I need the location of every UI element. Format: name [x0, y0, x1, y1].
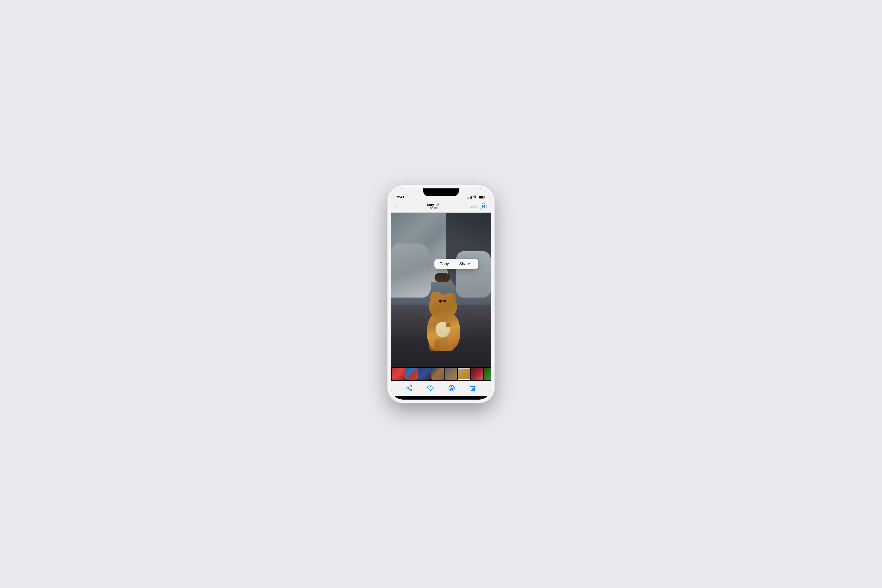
nav-title: May 17 4:58 PM: [427, 203, 439, 210]
dog-front-right-leg: [441, 338, 448, 351]
info-icon: [448, 385, 455, 392]
filmstrip-thumb-8[interactable]: [484, 368, 491, 380]
battery-icon: [478, 196, 485, 199]
favorite-button[interactable]: [425, 383, 435, 393]
back-chevron-icon: ‹: [395, 204, 397, 209]
nav-actions: Edit: [470, 203, 487, 210]
dog-head: [429, 294, 457, 320]
edit-button[interactable]: Edit: [470, 204, 477, 209]
filmstrip-thumb-1[interactable]: [392, 368, 405, 380]
photo-area[interactable]: Copy Share...: [391, 213, 491, 367]
delete-button[interactable]: [468, 383, 478, 393]
filmstrip-thumb-3[interactable]: [418, 368, 431, 380]
dog-tail: [446, 323, 450, 327]
bottom-toolbar: [391, 381, 491, 396]
status-time: 9:41: [397, 195, 404, 199]
nav-bar: ‹ May 17 4:58 PM Edit: [391, 201, 491, 213]
dog-right-eye: [443, 300, 446, 302]
context-menu: Copy Share...: [434, 259, 478, 269]
filmstrip-thumb-5[interactable]: [444, 368, 457, 380]
filmstrip-thumb-4[interactable]: [431, 368, 444, 380]
trash-icon: [470, 385, 476, 392]
back-button[interactable]: ‹: [395, 204, 397, 209]
phone-screen: 9:41: [391, 188, 491, 400]
dog-front-left-leg: [434, 339, 441, 351]
info-button[interactable]: [447, 383, 457, 393]
home-indicator: [428, 397, 454, 398]
nav-date: May 17: [427, 203, 439, 207]
svg-point-2: [482, 206, 483, 207]
share-icon: [406, 385, 412, 392]
filmstrip-thumb-7[interactable]: [471, 368, 483, 380]
svg-point-3: [483, 206, 484, 207]
power-button[interactable]: [494, 236, 495, 252]
filmstrip-thumb-2[interactable]: [405, 368, 418, 380]
photo-background: Copy Share...: [391, 213, 491, 367]
share-contextmenu-button[interactable]: Share...: [454, 259, 478, 269]
phone-frame: 9:41: [388, 185, 494, 403]
copy-button[interactable]: Copy: [434, 259, 454, 269]
share-button[interactable]: [404, 383, 414, 393]
phone-device: 9:41: [388, 185, 494, 403]
dog-left-eye: [438, 300, 442, 303]
signal-icon: [468, 196, 472, 199]
photo-filmstrip[interactable]: [391, 367, 491, 381]
status-icons: [468, 195, 485, 199]
nav-time: 4:58 PM: [427, 207, 439, 210]
filmstrip-thumb-6-active[interactable]: [458, 368, 470, 380]
dog-subject: [418, 283, 469, 351]
heart-icon: [427, 385, 434, 392]
wifi-icon: [473, 195, 477, 199]
svg-point-0: [475, 198, 476, 198]
svg-point-4: [484, 206, 484, 207]
more-button[interactable]: [480, 203, 487, 210]
notch: [423, 188, 459, 196]
dog-snout: [435, 273, 450, 282]
